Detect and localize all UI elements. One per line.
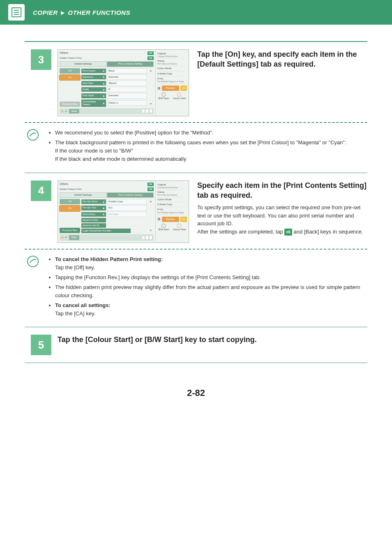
device-subtitle: Hidden Pattern Print [60,188,82,191]
setting-key[interactable]: Pre-Set Text [81,206,106,210]
favorite-icon[interactable]: ★ [61,236,64,240]
colour-start-button[interactable]: Colour Start [173,92,186,100]
right-colour-mode[interactable]: Colour Mode [157,66,187,71]
scrollbar[interactable]: ▲▼ [148,199,154,233]
bw-start-button[interactable]: B/W Start [159,224,169,231]
setting-key[interactable]: Font Size [81,81,106,86]
setting-value: Pattern 1 [107,100,147,106]
note-icon [25,129,41,141]
preview-thumb-icon: ▦ [157,217,161,221]
on-button[interactable]: On [60,75,80,80]
step-3-title: Tap the [On] key, and specify each item … [197,49,367,69]
setting-key[interactable]: Pre-Set Word [81,199,106,204]
step-4: 4 OthersOK Hidden Pattern PrintOK Defaul… [25,180,367,243]
right-stamp[interactable]: StampPrint Date and Stamp [157,190,187,197]
right-2sided[interactable]: 2-Sided Copy [157,202,187,207]
ok-inline-icon: ok [284,229,292,236]
setting-key[interactable]: Camouflage Pattern [81,99,106,107]
breadcrumb-section: COPIER [33,9,58,16]
off-button[interactable]: Off [60,199,80,204]
svg-point-1 [28,256,38,266]
function-rev-button[interactable]: Function Rev. [60,102,80,107]
tab-default-settings[interactable]: Default Settings [60,192,107,198]
note-icon [25,255,41,268]
on-button[interactable]: On [60,206,80,211]
setting-key[interactable]: Account Job ID [81,223,106,228]
right-nup[interactable]: N-UpPut Multiple Pages in A Page [157,76,187,84]
step-number: 5 [31,335,51,355]
off-button[interactable]: Off [60,68,80,74]
ca-button[interactable]: CA [180,217,187,222]
note1-line3: If the colour mode is set to "B/W" [55,147,367,155]
right-original[interactable]: OriginalChange Size/Direction [157,51,187,59]
tab-print-contents[interactable]: Print Contents Setting [107,61,154,67]
back-button[interactable]: Back [69,235,79,240]
divider [25,41,367,42]
back-button[interactable]: Back [69,109,79,113]
tab-default-settings[interactable]: Default Settings [60,61,107,67]
setting-value: Not Input [107,212,147,217]
check-icon[interactable]: ✔ [65,109,68,113]
bw-start-button[interactable]: B/W Start [159,92,169,100]
setting-key[interactable]: Font Style [81,93,106,98]
ok-button[interactable]: OK [148,56,154,60]
note2-b2: Tapping the [Function Rev.] key displays… [55,273,367,282]
setting-key[interactable]: Angle [81,87,106,92]
setting-value: 0° [107,87,147,92]
note2-b3: The hidden pattern print preview may sli… [55,283,367,300]
step-4-desc2: After the settings are completed, tap ok… [197,228,367,236]
dashed-divider [25,122,367,123]
favorite-icon[interactable]: ★ [61,109,64,113]
function-rev-button[interactable]: Function Rev. [60,228,80,233]
tab-print-contents[interactable]: Print Contents Setting [107,192,154,198]
setting-key[interactable]: Serial Number [81,218,106,222]
device-screenshot-step3: OthersOK Hidden Pattern PrintOK Default … [58,49,189,116]
numpad-icon[interactable] [142,109,152,113]
numpad-icon[interactable] [142,236,152,240]
right-original[interactable]: OriginalChange Size/Direction [157,183,187,190]
setting-value: Standard [107,74,147,80]
setting-key[interactable]: Direct Entry [81,212,106,217]
breadcrumb-page: OTHER FUNCTIONS [68,9,130,16]
note1-line2: The black background pattern is printed … [55,139,367,163]
note-block-1: We recommend you to select the [Positive… [25,129,367,165]
ok-button[interactable]: OK [148,187,154,191]
right-2sided[interactable]: 2-Sided Copy [157,72,187,76]
copier-icon [8,4,25,21]
device-title: Others [60,183,68,186]
breadcrumb-sep: ► [60,9,66,16]
preview-button[interactable]: Preview [162,217,179,222]
note1-line1: We recommend you to select the [Positive… [55,129,367,137]
dashed-divider [25,249,367,250]
preview-thumb-icon: ▦ [157,86,161,90]
colour-start-button[interactable]: Colour Start [173,224,186,231]
device-title: Others [60,51,68,55]
setting-value: Disable Copy [107,199,147,204]
right-colour-mode[interactable]: Colour Mode [157,197,187,202]
divider [25,173,367,173]
step-number: 3 [31,49,51,70]
divider [25,363,367,363]
breadcrumb: COPIER ► OTHER FUNCTIONS [33,9,130,16]
check-icon[interactable]: ✔ [65,236,68,240]
step-5-title: Tap the [Colour Start] or [B/W Start] ke… [58,335,367,345]
ok-button[interactable]: OK [148,51,154,55]
ok-button[interactable]: OK [148,183,154,186]
device-screenshot-step4: OthersOK Hidden Pattern PrintOK Default … [58,180,189,243]
right-nup[interactable]: N-UpPut Multiple Pages in A Page [157,207,187,215]
setting-key[interactable]: Print Colour [81,69,106,73]
svg-point-0 [28,130,38,140]
step-4-desc1: To specify print settings, you can selec… [197,204,367,228]
preview-button[interactable]: Preview [162,86,179,91]
setting-key[interactable]: Login Name/User Number [81,229,131,233]
note2-b1: To cancel the Hidden Pattern Print setti… [55,255,367,272]
right-stamp[interactable]: StampPrint Date and Stamp [157,59,187,66]
setting-key[interactable]: Exposure [81,75,106,79]
setting-value: Standard [107,93,147,98]
step-5: 5 Tap the [Colour Start] or [B/W Start] … [25,335,367,355]
note1-line4: If the black and white mode is determine… [55,155,367,163]
ca-button[interactable]: CA [180,86,187,91]
note2-b4: To cancel all settings: Tap the [CA] key… [55,301,367,318]
scrollbar[interactable]: ▲▼ [148,68,154,107]
device-subtitle: Hidden Pattern Print [60,57,82,60]
